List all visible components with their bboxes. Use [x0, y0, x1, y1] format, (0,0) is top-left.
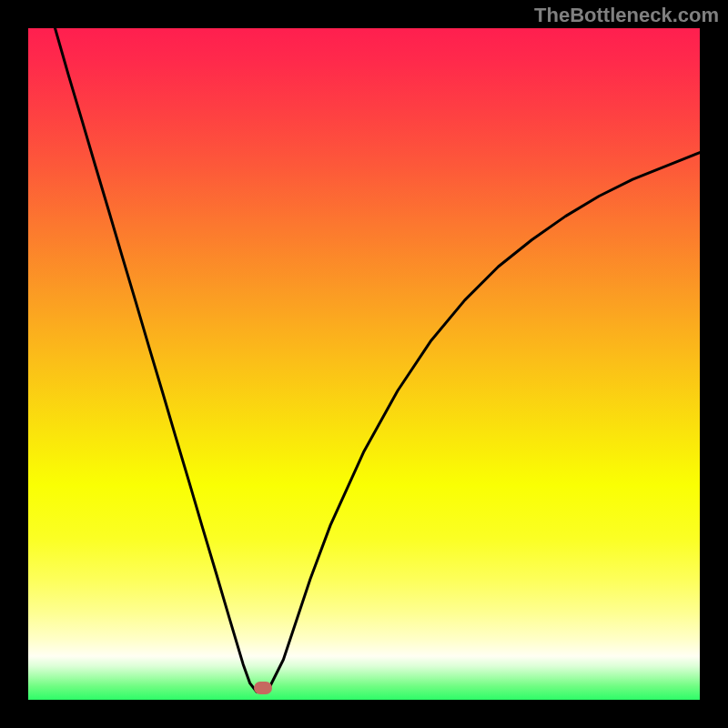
optimal-point-marker: [254, 682, 272, 694]
watermark-text: TheBottleneck.com: [534, 4, 719, 27]
gradient-background: [28, 28, 700, 700]
plot-area: [28, 28, 700, 700]
chart-svg: [28, 28, 700, 700]
